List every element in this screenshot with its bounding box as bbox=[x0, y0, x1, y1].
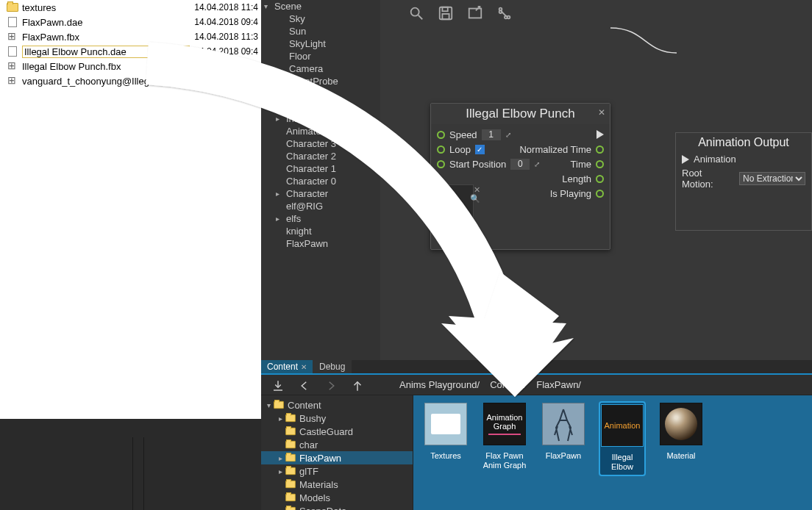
asset-item[interactable]: Textures bbox=[424, 403, 468, 472]
explorer-footer bbox=[0, 419, 261, 510]
animation-port-label: Animation bbox=[694, 154, 736, 165]
scene-item[interactable]: Character 3 bbox=[261, 137, 380, 150]
svg-rect-4 bbox=[442, 14, 449, 19]
root-motion-label: Root Motion: bbox=[682, 168, 735, 190]
up-icon[interactable] bbox=[351, 379, 363, 391]
folder-icon bbox=[285, 494, 296, 501]
scene-item[interactable]: Floor bbox=[261, 50, 380, 62]
content-panel: Content✕ Debug Anims Playground/Content/… bbox=[261, 360, 812, 510]
scene-item[interactable]: SkyLight bbox=[261, 37, 380, 50]
bone-icon[interactable] bbox=[496, 5, 513, 21]
asset-label: Flax Pawn Anim Graph bbox=[482, 451, 527, 472]
content-tree-item[interactable]: ▸FlaxPawn bbox=[261, 451, 413, 464]
explorer-file-row[interactable]: FlaxPawn.fbx14.04.2018 11:3 bbox=[0, 29, 261, 44]
content-tree-item[interactable]: ▸Bushy bbox=[261, 412, 413, 425]
close-icon[interactable]: ✕ bbox=[598, 107, 605, 118]
import-icon[interactable] bbox=[271, 379, 283, 391]
file-date: 14.04.2018 11:4 bbox=[190, 2, 258, 12]
thumbnail-search-icon[interactable]: 🔍 bbox=[470, 194, 480, 204]
explorer-file-row[interactable]: Illegal Elbow Punch.fbx14.0 bbox=[0, 59, 261, 73]
node-thumbnail[interactable]: ✕ 🔍 ion bbox=[437, 184, 474, 229]
length-label: Length bbox=[562, 173, 591, 184]
root-motion-select[interactable]: No Extraction bbox=[739, 172, 805, 185]
asset-item[interactable]: FlaxPawn bbox=[541, 403, 585, 472]
scene-item[interactable]: FlaxPawn bbox=[261, 237, 380, 250]
port-time-out[interactable] bbox=[596, 160, 604, 168]
breadcrumb-item[interactable]: Content/ bbox=[490, 379, 526, 390]
explorer-empty-area bbox=[0, 103, 261, 419]
node-titlebar[interactable]: Illegal Elbow Punch ✕ bbox=[431, 104, 610, 124]
scene-root[interactable]: ▾Scene bbox=[261, 0, 380, 12]
asset-item[interactable]: Animation GraphFlax Pawn Anim Graph bbox=[482, 403, 527, 472]
explorer-file-row[interactable]: FlaxPawn.dae14.04.2018 09:4 bbox=[0, 15, 261, 29]
scene-item[interactable]: Elf_Mesh bbox=[261, 100, 380, 112]
forward-icon[interactable] bbox=[324, 379, 336, 391]
svg-rect-5 bbox=[469, 9, 482, 18]
scene-item[interactable]: ▸elfs bbox=[261, 212, 380, 225]
scene-item[interactable]: nmentProbe bbox=[261, 75, 380, 87]
asset-label: Illegal Elbow bbox=[602, 453, 643, 473]
panel-tabs: Content✕ Debug bbox=[261, 360, 812, 375]
explorer-file-row[interactable]: Illegal Elbow Punch.dae14.04.2018 09:4 bbox=[0, 44, 261, 59]
file-icon bbox=[8, 17, 17, 27]
scene-item[interactable]: AnimatedModel bbox=[261, 125, 380, 137]
port-play-out[interactable] bbox=[596, 130, 604, 139]
node-titlebar[interactable]: Animation Output bbox=[676, 133, 811, 152]
back-icon[interactable] bbox=[298, 379, 310, 391]
startpos-input[interactable] bbox=[510, 159, 530, 170]
loop-checkbox[interactable]: ✓ bbox=[475, 145, 485, 154]
animation-output-node[interactable]: Animation Output Animation Root Motion: … bbox=[675, 132, 812, 231]
scene-item[interactable]: E bbox=[261, 87, 380, 100]
expand-icon[interactable]: ⤢ bbox=[505, 131, 511, 139]
port-isplaying-out[interactable] bbox=[596, 190, 604, 198]
asset-label: FlaxPawn bbox=[546, 451, 581, 472]
frame-icon[interactable] bbox=[467, 5, 483, 21]
node-title: Illegal Elbow Punch bbox=[466, 107, 574, 121]
content-tree-item[interactable]: ▸SceneData bbox=[261, 504, 413, 510]
breadcrumb-item[interactable]: Anims Playground/ bbox=[399, 379, 480, 390]
asset-item[interactable]: Material bbox=[659, 403, 703, 472]
scene-item[interactable]: Character 0 bbox=[261, 175, 380, 187]
scene-item[interactable]: Camera bbox=[261, 62, 380, 75]
tab-debug[interactable]: Debug bbox=[313, 360, 352, 373]
search-icon[interactable] bbox=[408, 5, 424, 21]
file-date: 14.0 bbox=[237, 61, 258, 71]
content-tree-item[interactable]: char bbox=[261, 438, 413, 451]
content-tree-item[interactable]: ▾Content bbox=[261, 398, 413, 412]
port-animation-in[interactable] bbox=[682, 155, 689, 164]
scene-item[interactable]: Sun bbox=[261, 25, 380, 37]
content-tree-item[interactable]: Models bbox=[261, 491, 413, 504]
scene-item[interactable]: Character 2 bbox=[261, 150, 380, 162]
port-loop-in[interactable] bbox=[437, 146, 445, 154]
explorer-file-row[interactable]: vanguard_t_choonyung@Illegal Elbow P...1… bbox=[0, 73, 261, 88]
explorer-panel: textures14.04.2018 11:4FlaxPawn.dae14.04… bbox=[0, 0, 261, 510]
asset-thumbnail bbox=[660, 403, 702, 445]
animation-node[interactable]: Illegal Elbow Punch ✕ Speed⤢ Loop✓ Norma… bbox=[430, 103, 610, 250]
port-length-out[interactable] bbox=[596, 175, 604, 183]
save-icon[interactable] bbox=[438, 5, 454, 21]
scene-item[interactable]: Character 1 bbox=[261, 162, 380, 175]
scene-item[interactable]: Sky bbox=[261, 12, 380, 25]
scene-hierarchy-panel: ▾Scene SkySunSkyLightFloorCamera nmentPr… bbox=[261, 0, 380, 360]
speed-input[interactable] bbox=[482, 129, 501, 140]
tab-content[interactable]: Content✕ bbox=[261, 360, 313, 373]
breadcrumb-item[interactable]: FlaxPawn/ bbox=[536, 379, 581, 390]
scene-item[interactable]: ▸Instancing Test bbox=[261, 112, 380, 125]
content-tree-item[interactable]: CastleGuard bbox=[261, 425, 413, 438]
file-date: 14.04.2018 11:4 bbox=[190, 76, 258, 86]
expand-icon[interactable]: ⤢ bbox=[534, 160, 540, 168]
asset-item[interactable]: AnimationIllegal Elbow bbox=[600, 403, 644, 475]
content-tree-item[interactable]: Materials bbox=[261, 478, 413, 491]
asset-thumbnail bbox=[542, 403, 585, 445]
scene-item[interactable]: elf@RIG bbox=[261, 200, 380, 212]
scene-item[interactable]: ▸Character bbox=[261, 187, 380, 200]
content-tree-item[interactable]: ▸glTF bbox=[261, 464, 413, 478]
scene-item[interactable]: knight bbox=[261, 225, 380, 237]
viewport-toolbar bbox=[380, 0, 812, 26]
file-date: 14.04.2018 09:4 bbox=[190, 46, 258, 57]
close-icon[interactable]: ✕ bbox=[301, 363, 307, 371]
explorer-file-row[interactable]: textures14.04.2018 11:4 bbox=[0, 0, 261, 15]
port-normalizedtime-out[interactable] bbox=[596, 146, 604, 154]
port-startpos-in[interactable] bbox=[437, 160, 445, 168]
port-speed-in[interactable] bbox=[437, 131, 445, 139]
